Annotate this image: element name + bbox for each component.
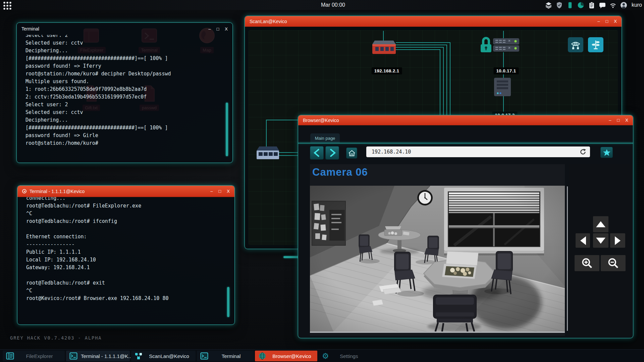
address-input[interactable] xyxy=(371,148,579,155)
clipboard-icon[interactable] xyxy=(588,2,595,9)
desktop: FileExplorer Terminal Map Gift.txt passw… xyxy=(0,0,644,362)
taskbar-item-terminal[interactable]: Terminal xyxy=(197,351,254,361)
avatar-icon[interactable] xyxy=(620,2,627,9)
address-bar[interactable] xyxy=(366,146,590,157)
switch-node[interactable] xyxy=(257,146,279,159)
terminal-output[interactable]: connecting... root@Tedblachu:/root# File… xyxy=(26,197,226,320)
router-node[interactable] xyxy=(372,41,396,54)
bookmark-button[interactable] xyxy=(600,147,613,158)
maximize-button[interactable]: □ xyxy=(218,189,221,193)
tab-main-page[interactable]: Main page xyxy=(310,133,340,143)
minimize-button[interactable]: – xyxy=(210,189,213,193)
vertical-scrollbar[interactable] xyxy=(567,186,568,331)
close-button[interactable]: X xyxy=(614,19,617,23)
scanlan-icon xyxy=(135,352,143,360)
window-title: Browser@Kevico xyxy=(303,118,339,123)
forward-icon xyxy=(328,148,337,158)
tabstrip-divider xyxy=(298,143,633,143)
camera-feed-image xyxy=(310,186,565,331)
home-icon xyxy=(348,149,356,157)
scrollbar[interactable] xyxy=(226,103,228,156)
gear-icon: ⚙ xyxy=(322,352,329,360)
battery-icon[interactable] xyxy=(567,2,574,9)
close-button[interactable]: X xyxy=(225,27,228,31)
taskbar: FileExplorer Terminal - 1.1.1.1@K... Sca… xyxy=(0,349,644,362)
window-title: Terminal - 1.1.1.1@Kevico xyxy=(30,189,85,194)
system-clock: Mar 00:00 xyxy=(311,0,355,10)
scrollbar[interactable] xyxy=(227,287,229,317)
horizontal-scrollbar[interactable] xyxy=(310,331,565,333)
minimize-button[interactable]: – xyxy=(609,118,611,122)
forward-button[interactable] xyxy=(325,146,339,160)
taskbar-item-fileexplorer[interactable]: FileExplorer xyxy=(3,351,65,361)
window-terminal-remote: Terminal - 1.1.1.1@Kevico – □ X connecti… xyxy=(17,185,235,325)
app-grid-icon[interactable] xyxy=(3,1,12,10)
game-version-label: GREY HACK V0.7.4203 - ALPHA xyxy=(10,335,102,341)
close-button[interactable]: X xyxy=(625,118,628,122)
top-status-bar: Mar 00:00 xyxy=(0,0,644,10)
back-icon xyxy=(313,148,321,158)
arrow-left-icon xyxy=(579,235,587,246)
terminal-icon xyxy=(200,352,208,360)
browser-globe-icon xyxy=(258,352,266,360)
terminal-icon xyxy=(69,352,77,360)
arrow-up-icon xyxy=(595,220,606,228)
window-browser: Browser@Kevico – □ X Main page xyxy=(298,115,633,338)
taskbar-item-terminal-remote[interactable]: Terminal - 1.1.1.1@K... xyxy=(66,351,130,361)
minimize-button[interactable]: – xyxy=(208,27,211,31)
horizontal-scrollbar[interactable] xyxy=(283,256,300,258)
pan-left-button[interactable] xyxy=(576,233,590,248)
pan-right-button[interactable] xyxy=(610,233,625,248)
wifi-icon[interactable] xyxy=(609,2,616,9)
terminal2-titlebar[interactable]: Terminal - 1.1.1.1@Kevico – □ X xyxy=(17,186,234,197)
camera-title: Camera 06 xyxy=(312,166,368,178)
taskbar-item-settings[interactable]: ⚙ Settings xyxy=(319,351,369,361)
route-signpost-icon xyxy=(591,40,601,50)
window-terminal: Terminal – □ X Select user: 2 Selected u… xyxy=(16,22,233,163)
bookmark-star-icon xyxy=(603,148,611,157)
home-button[interactable] xyxy=(346,147,357,159)
back-button[interactable] xyxy=(310,146,324,160)
route-button[interactable] xyxy=(588,37,603,52)
terminal-titlebar[interactable]: Terminal – □ X xyxy=(17,23,232,35)
disk-pie-icon[interactable] xyxy=(577,2,584,9)
pc-node[interactable] xyxy=(494,78,511,96)
fileexplorer-icon xyxy=(6,352,14,360)
zoom-out-icon xyxy=(607,257,619,269)
terminal-output[interactable]: Select user: 2 Selected user: cctv Decip… xyxy=(25,35,224,158)
arrow-down-icon xyxy=(595,237,606,245)
chat-icon[interactable] xyxy=(599,2,606,9)
network-scan-icon xyxy=(571,40,581,50)
system-tray: kuro xyxy=(545,0,642,10)
server-node[interactable] xyxy=(493,38,519,52)
arrow-right-icon xyxy=(614,235,622,246)
minimize-button[interactable]: – xyxy=(597,19,600,23)
node-ip-label: 192.168.2.1 xyxy=(372,67,402,74)
maximize-button[interactable]: □ xyxy=(216,27,219,31)
window-title: ScanLan@Kevico xyxy=(250,19,287,24)
browser-titlebar[interactable]: Browser@Kevico – □ X xyxy=(298,115,633,125)
node-ip-label: 10.0.17.1 xyxy=(493,67,519,74)
scanlan-titlebar[interactable]: ScanLan@Kevico – □ X xyxy=(245,16,622,27)
zoom-in-button[interactable] xyxy=(575,255,599,271)
pan-up-button[interactable] xyxy=(593,216,608,232)
lock-icon xyxy=(481,37,491,52)
reload-icon[interactable] xyxy=(579,148,587,156)
maximize-button[interactable]: □ xyxy=(605,19,608,23)
network-scan-button[interactable] xyxy=(568,37,583,52)
terminal-app-icon xyxy=(22,189,26,193)
zoom-in-icon xyxy=(581,257,593,269)
camera-control-panel xyxy=(569,164,631,336)
layers-icon[interactable] xyxy=(545,2,552,9)
pan-down-button[interactable] xyxy=(593,233,608,248)
window-title: Terminal xyxy=(21,26,39,32)
username-label: kuro xyxy=(632,2,642,8)
shield-check-icon[interactable] xyxy=(556,2,563,9)
close-button[interactable]: X xyxy=(227,189,230,193)
taskbar-item-browser[interactable]: Browser@Kevico xyxy=(255,351,317,361)
taskbar-item-scanlan[interactable]: ScanLan@Kevico xyxy=(131,351,196,361)
zoom-out-button[interactable] xyxy=(601,255,626,271)
maximize-button[interactable]: □ xyxy=(617,118,620,122)
